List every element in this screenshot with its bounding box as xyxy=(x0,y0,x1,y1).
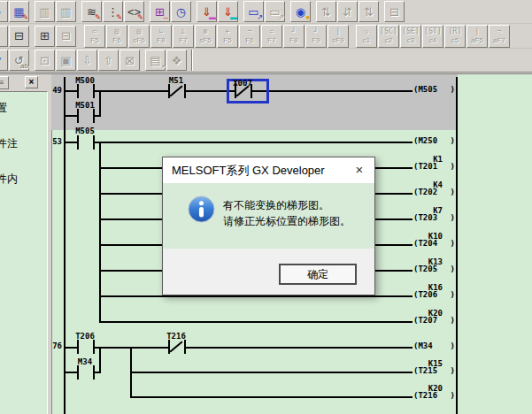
find-icon-partial-button[interactable]: ○ xyxy=(0,1,8,22)
sym-line-f7-button[interactable]: = F7 xyxy=(261,25,282,48)
convert-button[interactable]: ≋ ✎ xyxy=(81,1,102,22)
sym-vline-af5-button[interactable]: | aF5 xyxy=(466,25,488,48)
sym-corner-f9-button[interactable]: ┘ F9 xyxy=(305,25,327,48)
coil-paren xyxy=(451,392,455,400)
select-frame-button[interactable]: ⊡ xyxy=(35,50,55,71)
sym-instruction-f8-button[interactable]: ↳ F8 xyxy=(150,25,172,48)
coil[interactable]: K15 T215 xyxy=(405,359,457,382)
ok-button[interactable]: 确定 xyxy=(279,264,357,285)
sym-cross-f5-button[interactable]: + F5 xyxy=(217,25,238,48)
read-from-plc-button[interactable]: ⇓ ▬ xyxy=(218,1,238,22)
find-device-zoom-button[interactable]: ◉ ● xyxy=(290,1,311,22)
toolbar-icon: ▤ xyxy=(150,55,160,66)
monitor-write-mode-button[interactable]: ▥ xyxy=(56,1,76,22)
toolbar-icon-accent: ↗ xyxy=(278,14,284,21)
toolbar-icon: ▥ xyxy=(39,6,50,18)
toolbar-icon: ⊡ xyxy=(40,55,50,66)
device-test-button[interactable]: <> ✎ xyxy=(124,1,144,22)
coil[interactable]: K20 T216 xyxy=(405,384,457,407)
project-tree-item[interactable]: 件内 xyxy=(0,172,18,187)
ladder-edit-button[interactable]: ▦ ✎ xyxy=(9,1,29,22)
sym-corner-f6-button[interactable]: ¬ F6 xyxy=(239,25,260,48)
sym-corner-f8-button[interactable]: ┘ F8 xyxy=(283,25,305,48)
coil[interactable]: M34 xyxy=(405,334,457,357)
ladder-symbol-icon: ¬ xyxy=(248,27,252,36)
function-key-label: F7 xyxy=(179,36,187,44)
contact-label[interactable]: X007 xyxy=(227,80,258,88)
ladder-symbol-icon: [SC] xyxy=(380,27,397,36)
block-insert-button[interactable]: ⊟ xyxy=(56,26,76,47)
sym-close-contact-sf5-button[interactable]: ⊠ sF5 xyxy=(195,25,216,48)
toolbar-icon: ◉ xyxy=(296,6,305,18)
toolbar-row-1: ○ ▦ ✎ ▥ ▥ ≋ xyxy=(0,0,532,24)
jump-window-button[interactable]: ▭ ↗ xyxy=(243,1,264,22)
function-key-label: F5 xyxy=(223,36,231,44)
block-grid-button[interactable]: ⊞ xyxy=(35,26,55,47)
function-key-label: F5 xyxy=(90,36,98,44)
function-key-label: c2 xyxy=(385,36,392,44)
coil-label: T216 xyxy=(413,392,437,400)
block-partial-button[interactable]: ↓ xyxy=(0,26,8,47)
jump-partial-button[interactable]: ↱ xyxy=(0,50,8,71)
rotate-comment-button[interactable]: ↺ ab xyxy=(9,50,29,71)
extension-2-button[interactable]: ⇵ xyxy=(337,1,358,22)
ladder-symbol-icon: ⊠ xyxy=(204,27,208,36)
toolbar-row-1-group: ○ ▦ ✎ ▥ ▥ ≋ xyxy=(0,0,405,23)
toolbar-icon-accent: ▬ xyxy=(230,14,237,21)
paste-down-button[interactable]: ⇩ xyxy=(77,50,97,71)
clock-setting-button[interactable]: ◷ xyxy=(171,1,191,22)
ladder-symbol-icon: ┘ xyxy=(292,27,297,36)
toolbar-separator xyxy=(191,50,193,71)
sidebar-close-button[interactable]: × xyxy=(25,76,38,88)
close-icon[interactable]: × xyxy=(350,157,369,183)
function-key-label: aF7 xyxy=(493,36,505,44)
ladder-symbol-icon: ▭ xyxy=(93,27,97,36)
program-compare-button[interactable]: ⊞ ↔ xyxy=(150,1,170,22)
sym-open-contact-f5-button[interactable]: ▭ F5 xyxy=(84,25,105,48)
sfc-step-c1-button[interactable]: ▫ c1 xyxy=(356,25,377,48)
project-tree-item[interactable]: 置 xyxy=(0,101,7,116)
write-to-plc-button[interactable]: ⇓ ▬ xyxy=(197,1,217,22)
ruler-button[interactable]: ⊟ xyxy=(384,1,405,22)
toolbar-icon: ⊠ xyxy=(125,55,135,66)
toolbar-icon: ▣ xyxy=(60,55,71,66)
save-ladder-button[interactable]: ▤ ▪ xyxy=(145,50,166,71)
sfc-se-c3-button[interactable]: [SE] c3 xyxy=(400,25,421,48)
paste-up-button[interactable]: ⇧ xyxy=(98,50,119,71)
sfc-st-c4-button[interactable]: [ST] c4 xyxy=(422,25,443,48)
toolbar-icon: ◷ xyxy=(176,6,186,18)
copy-block-button[interactable]: ▣ xyxy=(56,50,76,71)
extension-3-button[interactable]: ⇅ xyxy=(359,1,379,22)
sym-vertical-f7-button[interactable]: ⊥ F7 xyxy=(173,25,194,48)
ladder-symbol-icon: [ST] xyxy=(424,27,441,36)
ladder-symbol-icon: | xyxy=(336,27,341,36)
toolbar-row-3: ↱ ↺ ab ⊡ ▣ ⇩ xyxy=(0,49,532,73)
ladder-symbol-icon: ▤ xyxy=(115,27,120,36)
toolbar-row-2-left-group: ↓ ⊟ ⊞ ⊟ xyxy=(0,24,77,48)
monitor-mode-button[interactable]: ▥ xyxy=(35,1,55,22)
sym-vline-sf9-button[interactable]: | sF9 xyxy=(328,25,349,48)
toolbar-icon: ⇅ xyxy=(321,6,331,18)
block-exchange-button[interactable]: ⊟ xyxy=(9,26,29,47)
toolbar-icon-accent: ▪ xyxy=(162,63,165,70)
function-key-label: F9 xyxy=(312,36,320,44)
toolbar-icon-accent: ● xyxy=(305,14,310,21)
extension-1-button[interactable]: ⇅ xyxy=(316,1,336,22)
toolbar-icon: ⊟ xyxy=(61,30,71,42)
convert-run-button[interactable]: ⋮ ✎ xyxy=(103,1,123,22)
sym-close-branch-sf6-button[interactable]: ▤ sF6 xyxy=(128,25,150,48)
ladder-symbol-group: ▭ F5 ▤ F6 ▤ sF6 ↳ F8 xyxy=(84,24,511,48)
ladder-symbol-icon: ⊥ xyxy=(181,27,186,36)
toolbar-row-3-group: ↱ ↺ ab ⊡ ▣ ⇩ xyxy=(0,49,188,72)
sfc-sc-c2-button[interactable]: [SC] c2 xyxy=(378,25,399,48)
coil-label: T215 xyxy=(413,367,437,375)
sym-corner-af7-button[interactable]: ¬ aF7 xyxy=(489,25,510,48)
toolbar-icon: ⊞ xyxy=(40,30,50,42)
jump-window-2-button[interactable]: ▭ ↗ xyxy=(265,1,285,22)
toolbar-icon-accent: ✎ xyxy=(95,14,101,21)
drag-hand-button[interactable]: ❖ xyxy=(166,50,187,71)
delete-block-button[interactable]: ⊠ xyxy=(120,50,140,71)
sym-open-branch-f6-button[interactable]: ▤ F6 xyxy=(106,25,127,48)
project-tree-item[interactable]: 件注 xyxy=(0,136,18,151)
sfc-r-c5-button[interactable]: [R] c5 xyxy=(444,25,466,48)
